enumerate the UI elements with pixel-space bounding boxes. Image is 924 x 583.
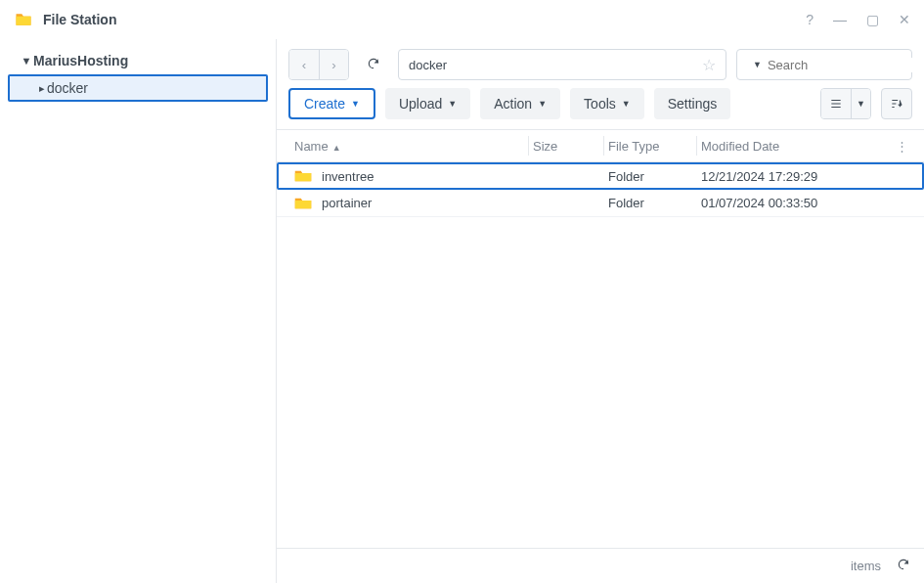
help-icon[interactable]: ?: [806, 12, 814, 27]
file-type: Folder: [608, 169, 696, 184]
favorite-star-icon[interactable]: ☆: [702, 56, 716, 74]
file-name: portainer: [322, 196, 372, 210]
folder-icon: [294, 169, 312, 183]
column-name-label: Name: [294, 139, 329, 154]
refresh-icon: [897, 558, 910, 571]
settings-button[interactable]: Settings: [654, 88, 731, 119]
window-controls: ? — ▢ ✕: [806, 12, 910, 27]
column-name[interactable]: Name▲: [288, 139, 528, 154]
status-bar: items: [277, 548, 924, 583]
nav-back-button[interactable]: ‹: [289, 50, 319, 79]
tree-root[interactable]: ▼ MariusHosting: [8, 47, 268, 74]
tools-button[interactable]: Tools▼: [570, 88, 644, 119]
action-toolbar: Create▼ Upload▼ Action▼ Tools▼ Settings …: [277, 88, 924, 129]
tree-item-label: docker: [47, 80, 88, 96]
file-date: 12/21/2024 17:29:29: [701, 169, 912, 184]
create-button[interactable]: Create▼: [288, 88, 375, 119]
action-button-label: Action: [494, 96, 532, 112]
sort-button[interactable]: [881, 88, 912, 119]
folder-icon: [294, 197, 312, 210]
create-button-label: Create: [304, 96, 345, 112]
nav-forward-button[interactable]: ›: [319, 50, 348, 79]
minimize-icon[interactable]: —: [833, 12, 847, 27]
path-input-container: ☆: [398, 49, 726, 80]
upload-button-label: Upload: [399, 96, 442, 112]
refresh-icon: [367, 57, 380, 70]
titlebar: File Station ? — ▢ ✕: [0, 0, 924, 39]
search-input[interactable]: [768, 58, 924, 72]
sort-asc-icon: ▲: [332, 143, 341, 153]
app-folder-icon: [14, 10, 33, 29]
column-size[interactable]: Size: [533, 139, 603, 154]
app-title: File Station: [43, 12, 806, 27]
view-mode-group: ▼: [820, 88, 871, 119]
table-row[interactable]: portainerFolder01/07/2024 00:33:50: [277, 190, 924, 217]
main-pane: ‹ › ☆ ▼ Create▼ Upload▼: [276, 39, 924, 583]
chevron-down-icon: ▼: [622, 99, 631, 109]
chevron-down-icon[interactable]: ▼: [753, 60, 762, 69]
chevron-down-icon: ▼: [351, 99, 360, 109]
list-icon: [829, 97, 843, 111]
view-list-button[interactable]: [821, 89, 851, 118]
sort-icon: [890, 97, 903, 111]
chevron-down-icon[interactable]: ▼: [20, 55, 33, 67]
file-name: inventree: [322, 169, 374, 184]
file-grid: inventreeFolder12/21/2024 17:29:29portai…: [277, 162, 924, 548]
items-count-label: items: [851, 559, 881, 573]
tree-item-docker[interactable]: ▸ docker: [8, 74, 268, 102]
search-container: ▼: [736, 49, 912, 80]
tree-root-label: MariusHosting: [33, 53, 128, 68]
nav-buttons: ‹ ›: [288, 49, 349, 80]
path-toolbar: ‹ › ☆ ▼: [277, 49, 924, 88]
column-more-icon[interactable]: ⋮: [892, 139, 912, 154]
close-icon[interactable]: ✕: [899, 12, 910, 27]
file-date: 01/07/2024 00:33:50: [701, 196, 912, 210]
maximize-icon[interactable]: ▢: [866, 12, 879, 27]
folder-tree: ▼ MariusHosting ▸ docker: [0, 39, 276, 583]
column-header: Name▲ Size File Type Modified Date ⋮: [277, 129, 924, 162]
tools-button-label: Tools: [584, 96, 616, 112]
chevron-down-icon: ▼: [538, 99, 547, 109]
chevron-right-icon[interactable]: ▸: [29, 82, 43, 95]
upload-button[interactable]: Upload▼: [385, 88, 470, 119]
chevron-down-icon: ▼: [857, 99, 865, 109]
path-input[interactable]: [409, 58, 702, 72]
view-dropdown-button[interactable]: ▼: [851, 89, 870, 118]
column-modified-date[interactable]: Modified Date: [701, 139, 892, 154]
file-type: Folder: [608, 196, 696, 210]
status-refresh-button[interactable]: [897, 558, 910, 574]
file-station-window: File Station ? — ▢ ✕ ▼ MariusHosting ▸ d…: [0, 0, 924, 583]
chevron-down-icon: ▼: [448, 99, 457, 109]
action-button[interactable]: Action▼: [480, 88, 560, 119]
refresh-button[interactable]: [359, 50, 388, 79]
table-row[interactable]: inventreeFolder12/21/2024 17:29:29: [277, 162, 924, 190]
column-file-type[interactable]: File Type: [608, 139, 696, 154]
